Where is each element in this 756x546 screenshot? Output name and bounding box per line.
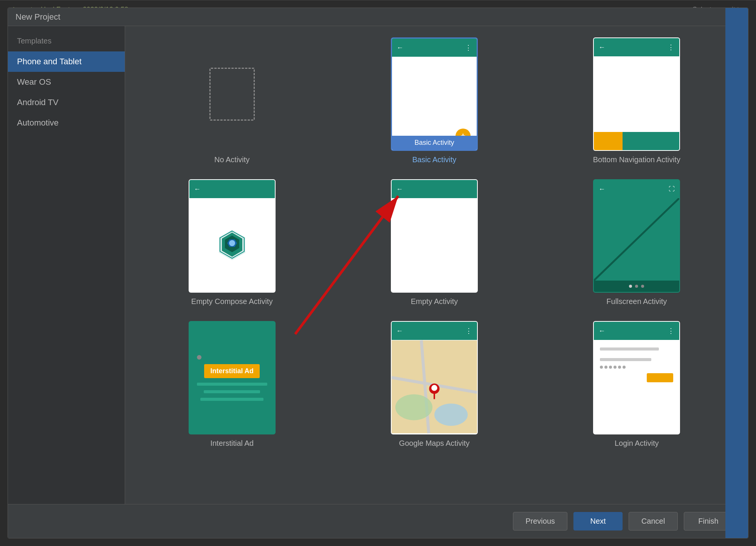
bottom-nav-item-3 — [651, 132, 679, 150]
sidebar-item-automotive[interactable]: Automotive — [8, 113, 125, 133]
template-card-no-activity[interactable] — [189, 37, 276, 151]
template-card-empty-activity[interactable]: ← — [391, 179, 478, 293]
menu-dots-icon: ⋮ — [668, 43, 675, 51]
dot-3 — [641, 285, 644, 288]
side-accent — [725, 26, 748, 504]
main-panel: No Activity ← ⋮ + Basic Activity B — [125, 26, 744, 504]
template-item-empty-compose[interactable]: ← — [140, 179, 324, 306]
dot-1 — [629, 285, 632, 288]
template-label-bottom-nav: Bottom Navigation Activity — [593, 155, 680, 164]
pwd-dot-1 — [600, 366, 603, 369]
login-button — [647, 373, 673, 382]
back-arrow-icon: ← — [598, 185, 605, 193]
fullscreen-bottom-dots — [594, 281, 679, 292]
fullscreen-toolbar: ← ⛶ — [594, 180, 679, 198]
svg-point-15 — [431, 385, 437, 391]
template-item-no-activity[interactable]: No Activity — [140, 37, 324, 164]
bottom-nav-bar — [594, 132, 679, 150]
template-item-google-maps[interactable]: ← ⋮ — [342, 321, 526, 448]
selected-label-bar: Basic Activity — [392, 136, 477, 150]
menu-dots-icon: ⋮ — [465, 43, 472, 52]
template-label-empty-activity: Empty Activity — [411, 297, 458, 306]
template-card-bottom-nav[interactable]: ← ⋮ — [593, 37, 680, 151]
sidebar-item-phone-tablet[interactable]: Phone and Tablet — [8, 51, 125, 72]
pwd-dot-2 — [604, 366, 607, 369]
dot-2 — [635, 285, 638, 288]
login-password-dots — [600, 366, 673, 369]
basic-activity-toolbar: ← ⋮ — [392, 39, 477, 57]
interstitial-dot — [197, 355, 201, 360]
menu-dots-icon: ⋮ — [668, 327, 675, 335]
empty-activity-body — [392, 198, 477, 292]
compose-logo — [189, 198, 275, 292]
login-body — [594, 340, 679, 434]
template-card-fullscreen[interactable]: ← ⛶ — [593, 179, 680, 293]
svg-line-8 — [594, 198, 679, 281]
template-grid: No Activity ← ⋮ + Basic Activity B — [140, 37, 728, 455]
sidebar-section-title: Templates — [8, 34, 125, 48]
template-card-basic-activity[interactable]: ← ⋮ + Basic Activity — [391, 37, 478, 151]
bottom-nav-item-1 — [594, 132, 622, 150]
back-arrow-icon: ← — [396, 185, 403, 193]
cancel-button[interactable]: Cancel — [629, 512, 678, 530]
title-bar: New Project ✕ — [8, 8, 748, 26]
dashed-rect-icon — [209, 68, 255, 121]
login-field-1 — [600, 347, 658, 351]
template-label-empty-compose: Empty Compose Activity — [191, 297, 273, 306]
dialog-title: New Project — [15, 12, 60, 22]
pwd-dot-4 — [613, 366, 617, 369]
bottom-nav-item-2 — [623, 132, 651, 150]
back-arrow-icon: ← — [397, 44, 403, 52]
template-item-fullscreen[interactable]: ← ⛶ Full — [545, 179, 728, 306]
pwd-dot-5 — [618, 366, 621, 369]
template-item-bottom-nav[interactable]: ← ⋮ Bottom Navigation Activity — [545, 37, 728, 164]
interstitial-line-3 — [200, 398, 263, 401]
next-button[interactable]: Next — [573, 512, 623, 530]
bottom-nav-content — [594, 56, 679, 132]
template-item-empty-activity[interactable]: ← Empty Activity — [342, 179, 526, 306]
sidebar: Templates Phone and Tablet Wear OS Andro… — [8, 26, 125, 504]
map-area — [392, 340, 477, 434]
fullscreen-content — [594, 198, 679, 281]
template-label-fullscreen: Fullscreen Activity — [606, 297, 667, 306]
maps-toolbar: ← ⋮ — [392, 322, 477, 340]
dialog-content: Templates Phone and Tablet Wear OS Andro… — [8, 26, 748, 504]
login-toolbar: ← ⋮ — [594, 322, 679, 340]
template-label-interstitial-ad: Interstitial Ad — [210, 439, 254, 448]
svg-point-12 — [395, 394, 432, 420]
back-arrow-icon: ← — [396, 327, 403, 335]
template-item-basic-activity[interactable]: ← ⋮ + Basic Activity Basic Activity — [342, 37, 526, 164]
back-arrow-icon: ← — [598, 327, 605, 335]
interstitial-line-1 — [197, 383, 267, 386]
bottom-nav-toolbar: ← ⋮ — [594, 38, 679, 56]
pwd-dot-3 — [609, 366, 612, 369]
compose-toolbar: ← — [189, 180, 275, 198]
template-card-empty-compose[interactable]: ← — [189, 179, 276, 293]
template-item-interstitial-ad[interactable]: Interstitial Ad Interstitial Ad — [140, 321, 324, 448]
back-arrow-icon: ← — [598, 43, 605, 51]
template-card-login[interactable]: ← ⋮ — [593, 321, 680, 434]
previous-button[interactable]: Previous — [513, 512, 567, 530]
action-bar: Previous Next Cancel Finish — [8, 504, 748, 538]
svg-point-13 — [434, 403, 468, 426]
back-arrow-icon: ← — [194, 185, 201, 193]
empty-activity-toolbar: ← — [392, 180, 477, 198]
interstitial-line-2 — [204, 390, 260, 393]
template-card-interstitial-ad[interactable]: Interstitial Ad — [189, 321, 276, 434]
template-label-login: Login Activity — [615, 439, 659, 448]
template-label-no-activity: No Activity — [214, 155, 249, 164]
template-item-login[interactable]: ← ⋮ — [545, 321, 728, 448]
sidebar-item-android-tv[interactable]: Android TV — [8, 92, 125, 113]
compose-hex-icon — [215, 228, 249, 262]
menu-dots-icon: ⋮ — [465, 327, 472, 335]
svg-point-7 — [229, 240, 235, 246]
new-project-dialog: New Project ✕ Templates Phone and Tablet… — [8, 8, 748, 538]
sidebar-item-wear-os[interactable]: Wear OS — [8, 72, 125, 92]
login-field-2 — [600, 358, 651, 361]
template-label-basic-activity: Basic Activity — [412, 155, 457, 164]
interstitial-ad-badge: Interstitial Ad — [204, 364, 259, 378]
template-card-google-maps[interactable]: ← ⋮ — [391, 321, 478, 434]
pwd-dot-6 — [623, 366, 626, 369]
template-label-google-maps: Google Maps Activity — [399, 439, 470, 448]
fullscreen-expand-icon: ⛶ — [669, 186, 675, 192]
